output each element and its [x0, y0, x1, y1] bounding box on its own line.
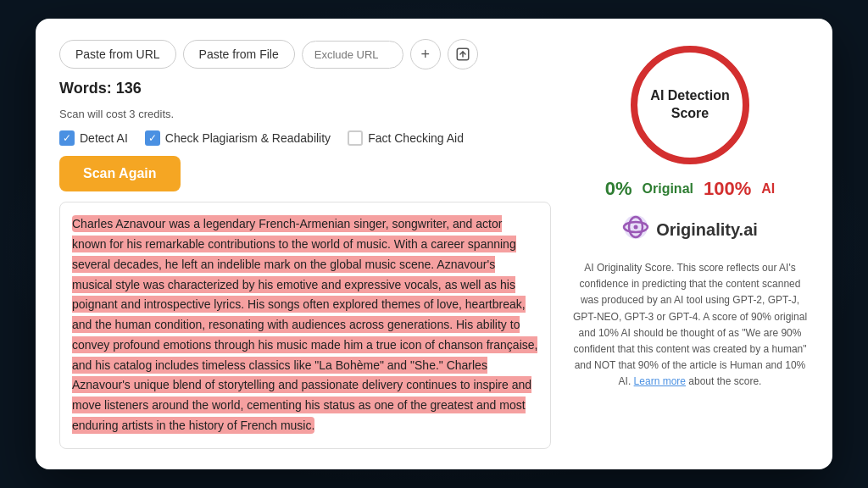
detect-ai-checkbox[interactable]: ✓ Detect AI: [59, 130, 128, 146]
description-text: AI Originality Score. This score reflect…: [573, 262, 807, 387]
ai-label: AI: [761, 181, 775, 197]
learn-more-link[interactable]: Learn more: [634, 375, 686, 387]
add-icon: +: [420, 46, 430, 64]
score-description: AI Originality Score. This score reflect…: [571, 260, 809, 391]
fact-checking-label: Fact Checking Aid: [368, 131, 464, 145]
check-plagiarism-label: Check Plagiarism & Readability: [165, 131, 331, 145]
scan-cost: Scan will cost 3 credits.: [59, 108, 551, 120]
checkboxes-row: ✓ Detect AI ✓ Check Plagiarism & Readabi…: [59, 130, 551, 146]
paste-url-button[interactable]: Paste from URL: [59, 40, 176, 69]
highlighted-text: Charles Aznavour was a legendary French-…: [72, 215, 537, 434]
detect-ai-box: ✓: [59, 130, 75, 146]
right-panel: AI Detection Score 0% Original 100% AI O…: [571, 39, 809, 449]
add-button[interactable]: +: [410, 39, 441, 69]
fact-checking-checkbox[interactable]: Fact Checking Aid: [348, 130, 464, 146]
words-count: Words: 136: [59, 80, 551, 97]
share-button[interactable]: [448, 39, 478, 69]
check-plagiarism-box: ✓: [145, 130, 160, 146]
left-panel: Paste from URL Paste from File + Words: …: [59, 39, 551, 449]
share-icon: [455, 47, 470, 62]
scan-button[interactable]: Scan Again: [59, 156, 181, 191]
exclude-url-input[interactable]: [302, 41, 403, 69]
svg-point-5: [634, 225, 638, 230]
ai-percent: 100%: [704, 178, 751, 200]
text-area: Charles Aznavour was a legendary French-…: [59, 202, 551, 449]
detect-ai-label: Detect AI: [80, 131, 128, 145]
score-circle-title: AI Detection Score: [637, 87, 743, 123]
original-percent: 0%: [605, 178, 632, 200]
toolbar: Paste from URL Paste from File +: [59, 39, 551, 69]
score-row: 0% Original 100% AI: [605, 178, 776, 200]
logo-svg: [622, 214, 649, 241]
paste-file-button[interactable]: Paste from File: [183, 40, 295, 69]
logo-row: Originality.ai: [622, 214, 758, 247]
check-plagiarism-checkbox[interactable]: ✓ Check Plagiarism & Readability: [145, 130, 331, 146]
description-suffix: about the score.: [688, 375, 761, 387]
fact-checking-box: [348, 130, 363, 146]
logo-text: Originality.ai: [656, 220, 758, 240]
score-circle-wrapper: AI Detection Score: [631, 46, 749, 164]
original-label: Original: [643, 181, 693, 197]
score-circle: AI Detection Score: [631, 46, 749, 164]
originality-logo-icon: [622, 214, 649, 247]
main-card: Paste from URL Paste from File + Words: …: [36, 19, 832, 469]
